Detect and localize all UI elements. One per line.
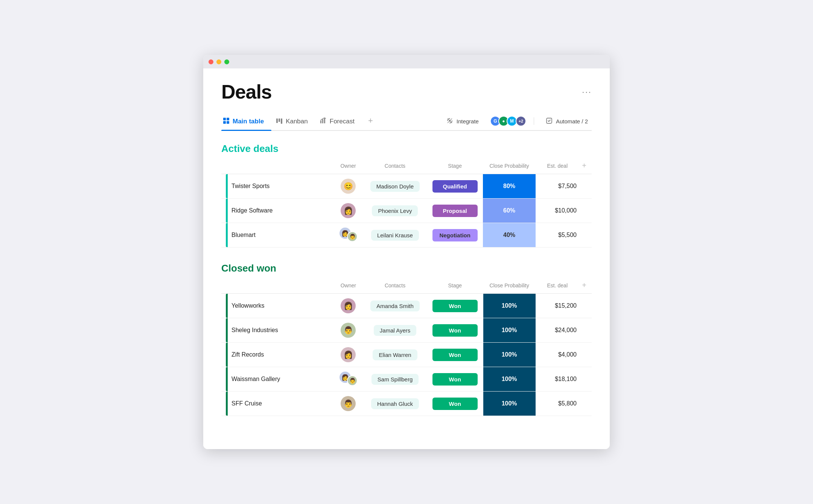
col-add-header[interactable]: + [577, 159, 592, 174]
close-button[interactable] [209, 59, 213, 64]
deal-value-cell: $15,200 [536, 294, 577, 318]
forecast-icon [320, 117, 327, 126]
stage-cell: Won [427, 343, 483, 367]
probability-cell: 100% [483, 367, 536, 392]
minimize-button[interactable] [216, 59, 221, 64]
contact-cell: Madison Doyle [363, 174, 427, 199]
probability-cell: 60% [483, 199, 535, 223]
deal-value-cell: $4,000 [536, 343, 577, 367]
row-add-button [577, 367, 592, 392]
integrate-icon [446, 117, 454, 126]
deal-value-cell: $10,000 [536, 199, 577, 223]
col-owner-header-won: Owner [333, 279, 363, 294]
table-row[interactable]: Twister Sports😊Madison DoyleQualified80%… [221, 174, 592, 199]
tab-forecast[interactable]: Forecast [318, 114, 362, 130]
col-prob-header: Close Probability [483, 159, 535, 174]
table-row[interactable]: Sheleg Industries👨Jamal AyersWon100%$24,… [221, 318, 592, 343]
deal-value-cell: $24,000 [536, 318, 577, 343]
probability-cell: 100% [483, 392, 536, 416]
tab-add-button[interactable]: + [365, 112, 376, 130]
row-add-button [577, 318, 592, 343]
tab-kanban[interactable]: Kanban [274, 114, 315, 130]
divider [534, 117, 534, 125]
tabs-right: Integrate G ● M +2 Automate [442, 115, 592, 128]
contact-cell: Sam Spillberg [363, 367, 427, 392]
more-menu-button[interactable]: ··· [582, 87, 592, 97]
table-row[interactable]: Ridge Software👩Phoenix LevyProposal60%$1… [221, 199, 592, 223]
company-cell: Ridge Software [221, 199, 333, 223]
probability-cell: 100% [483, 294, 536, 318]
table-row[interactable]: Waissman Gallery👩👨Sam SpillbergWon100%$1… [221, 367, 592, 392]
contact-cell: Amanda Smith [363, 294, 427, 318]
automate-icon [545, 117, 553, 126]
tabs-bar: Main table Kanban [221, 112, 592, 131]
titlebar [203, 55, 610, 68]
svg-rect-3 [227, 121, 229, 124]
active-deals-table: Owner Contacts Stage Close Probability E… [221, 159, 592, 247]
probability-cell: 40% [483, 223, 535, 247]
row-add-button [577, 392, 592, 416]
tabs-left: Main table Kanban [221, 112, 376, 130]
owner-cell: 👩👨 [333, 223, 363, 247]
contact-cell: Leilani Krause [363, 223, 427, 247]
table-row[interactable]: Yellowworks👩Amanda SmithWon100%$15,200 [221, 294, 592, 318]
tab-main-table-label: Main table [233, 118, 264, 125]
deal-value-cell: $7,500 [536, 174, 577, 199]
page-title: Deals [221, 80, 272, 103]
col-stage-header-won: Stage [427, 279, 483, 294]
row-add-button [577, 174, 592, 199]
company-cell: Waissman Gallery [221, 367, 333, 392]
integration-avatar-more: +2 [516, 116, 526, 126]
col-prob-header-won: Close Probability [483, 279, 536, 294]
svg-rect-2 [223, 121, 226, 124]
col-contacts-header-won: Contacts [363, 279, 427, 294]
active-deals-header-row: Owner Contacts Stage Close Probability E… [221, 159, 592, 174]
svg-rect-7 [320, 120, 321, 123]
deal-value-cell: $5,800 [536, 392, 577, 416]
stage-cell: Negotiation [427, 223, 483, 247]
probability-cell: 100% [483, 343, 536, 367]
stage-cell: Won [427, 318, 483, 343]
svg-rect-4 [276, 118, 278, 123]
owner-cell: 👩 [333, 343, 363, 367]
company-cell: Sheleg Industries [221, 318, 333, 343]
owner-cell: 👩 [333, 294, 363, 318]
svg-rect-5 [279, 118, 280, 122]
tab-forecast-label: Forecast [330, 118, 355, 125]
col-company-header [221, 159, 333, 174]
owner-cell: 👨 [333, 392, 363, 416]
row-add-button [577, 343, 592, 367]
col-contacts-header: Contacts [363, 159, 427, 174]
svg-rect-9 [324, 118, 325, 123]
automate-label: Automate / 2 [556, 118, 588, 124]
table-row[interactable]: SFF Cruise👨Hannah GluckWon100%$5,800 [221, 392, 592, 416]
table-row[interactable]: Bluemart👩👨Leilani KrauseNegotiation40%$5… [221, 223, 592, 247]
main-content: Deals ··· Main table [203, 68, 610, 449]
integrate-button[interactable]: Integrate [442, 115, 483, 128]
contact-cell: Phoenix Levy [363, 199, 427, 223]
stage-cell: Won [427, 367, 483, 392]
deal-value-cell: $18,100 [536, 367, 577, 392]
probability-cell: 100% [483, 318, 536, 343]
col-add-header-won[interactable]: + [577, 279, 592, 294]
svg-rect-1 [227, 118, 229, 120]
closed-won-table: Owner Contacts Stage Close Probability E… [221, 279, 592, 416]
contact-cell: Elian Warren [363, 343, 427, 367]
active-deals-header: Active deals [221, 143, 592, 155]
contact-cell: Jamal Ayers [363, 318, 427, 343]
row-add-button [577, 223, 592, 247]
table-row[interactable]: Zift Records👩Elian WarrenWon100%$4,000 [221, 343, 592, 367]
closed-won-section: Closed won Owner Contacts Stage Close Pr… [221, 263, 592, 416]
svg-rect-8 [322, 119, 323, 123]
svg-rect-0 [223, 118, 226, 120]
stage-cell: Won [427, 392, 483, 416]
svg-rect-6 [281, 118, 282, 124]
stage-cell: Won [427, 294, 483, 318]
row-add-button [577, 199, 592, 223]
integration-avatars: G ● M +2 [490, 116, 526, 126]
automate-button[interactable]: Automate / 2 [542, 115, 592, 128]
col-deal-header-won: Est. deal [536, 279, 577, 294]
maximize-button[interactable] [224, 59, 229, 64]
tab-main-table[interactable]: Main table [221, 114, 271, 130]
col-company-header-won [221, 279, 333, 294]
